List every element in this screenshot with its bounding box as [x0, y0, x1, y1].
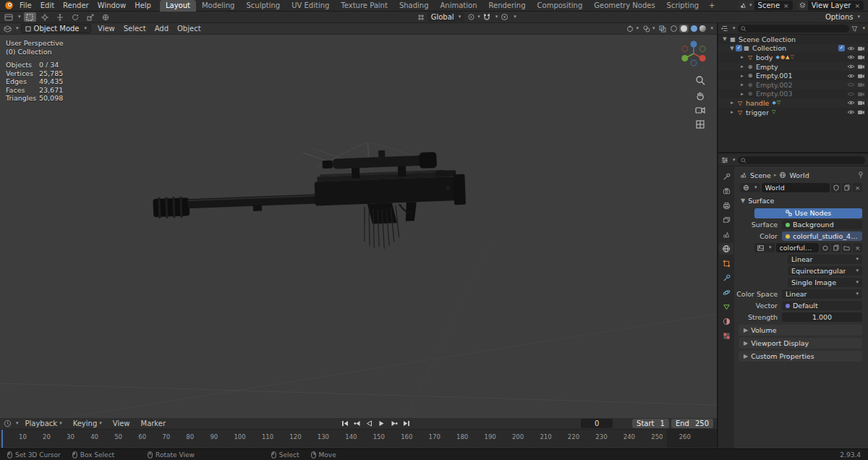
pan-hand-icon[interactable] — [695, 90, 705, 101]
tool-move-button[interactable] — [54, 12, 67, 22]
mode-dropdown[interactable]: Object Mode ▾ — [21, 24, 92, 33]
play-reverse-button[interactable] — [364, 419, 375, 428]
custom-properties-section-header[interactable]: ▶ Custom Properties — [739, 351, 862, 362]
outliner-search-input[interactable] — [738, 25, 850, 33]
navigation-gizmo[interactable] — [679, 39, 708, 68]
view-layer-selector[interactable]: View Layer× — [797, 1, 864, 10]
volume-section-header[interactable]: ▶ Volume — [739, 325, 862, 336]
tool-select-box-button[interactable] — [24, 12, 36, 22]
zoom-icon[interactable] — [695, 75, 705, 85]
vector-dropdown[interactable]: Default — [782, 301, 862, 310]
expand-arrow-icon[interactable]: ▸ — [739, 82, 746, 88]
menubar-item[interactable]: Edit — [36, 0, 59, 12]
menubar-item[interactable]: File — [15, 0, 36, 12]
scene-tab-icon[interactable] — [719, 229, 733, 240]
snap-magnet-icon[interactable] — [483, 13, 490, 21]
view-layer-tab-icon[interactable] — [719, 214, 733, 226]
shading-rendered-icon[interactable] — [699, 25, 706, 32]
editor-type-clock-icon[interactable] — [4, 419, 12, 427]
workspace-tab[interactable]: Rendering — [482, 0, 531, 12]
prev-keyframe-button[interactable] — [352, 419, 362, 428]
pivot-point-dropdown[interactable]: ▾ — [467, 13, 480, 21]
outliner-row-scene-collection[interactable]: ▼ ▦ Scene Collection — [718, 35, 868, 44]
physics-tab-icon[interactable] — [719, 286, 733, 298]
hide-eye-icon[interactable] — [847, 54, 855, 60]
current-frame-field[interactable]: 0 — [581, 419, 613, 428]
world-tab-icon[interactable] — [719, 243, 733, 255]
orthographic-toggle-icon[interactable] — [695, 119, 705, 129]
timeline-ruler[interactable]: 1020304050607080901001101201301401501601… — [0, 430, 717, 448]
viewport-menu-item[interactable]: Add — [150, 23, 173, 35]
workspace-tab[interactable]: Modeling — [196, 0, 241, 12]
render-tab-icon[interactable] — [719, 185, 733, 197]
workspace-tab[interactable]: Shading — [393, 0, 435, 12]
disable-render-camera-icon[interactable] — [857, 109, 865, 115]
tool-scale-button[interactable] — [85, 12, 97, 22]
disable-render-camera-icon[interactable] — [857, 54, 865, 60]
object-data-tab-icon[interactable] — [719, 301, 733, 312]
hide-eye-icon[interactable] — [847, 109, 855, 115]
expand-arrow-icon[interactable]: ▸ — [728, 100, 736, 106]
camera-view-icon[interactable] — [695, 106, 705, 114]
outliner-row-trigger[interactable]: ▸ ▽ trigger ▽ — [718, 108, 868, 117]
fake-user-ghost-icon[interactable] — [820, 243, 830, 252]
blender-logo[interactable] — [4, 1, 14, 10]
playback-menu[interactable]: Playback▾ — [21, 418, 67, 430]
surface-section-header[interactable]: ▼ Surface — [739, 195, 862, 206]
workspace-tab[interactable]: Texture Paint — [335, 0, 393, 12]
new-copy-icon[interactable] — [842, 183, 851, 192]
outliner-row-empty[interactable]: ▸ ⊕ Empty — [718, 62, 868, 72]
filter-icon[interactable] — [851, 26, 858, 32]
playhead[interactable] — [1, 430, 3, 448]
fake-user-shield-icon[interactable] — [831, 183, 841, 192]
color-link-field[interactable]: colorful_studio_4k.exr — [782, 231, 862, 241]
transform-orientation-dropdown[interactable]: Global▾ — [427, 12, 464, 22]
menubar-item[interactable]: Render — [59, 0, 93, 12]
viewport-menu-item[interactable]: View — [93, 23, 119, 35]
viewport-display-section-header[interactable]: ▶ Viewport Display — [739, 338, 862, 349]
expand-arrow-icon[interactable]: ▸ — [739, 64, 746, 69]
tool-tab-icon[interactable] — [719, 171, 733, 182]
outliner-row-body[interactable]: ▸ ▽ body ◆ ● ▲ ▽ — [718, 53, 868, 62]
timeline-marker-menu[interactable]: Marker — [137, 418, 171, 430]
breadcrumb-scene[interactable]: Scene — [750, 171, 771, 179]
hide-eye-icon[interactable] — [847, 64, 855, 69]
viewport-menu-item[interactable]: Select — [119, 23, 150, 35]
play-button[interactable] — [376, 419, 387, 428]
workspace-tab[interactable]: UV Editing — [286, 0, 335, 12]
disable-render-camera-icon[interactable] — [857, 73, 865, 79]
source-dropdown[interactable]: Single Image ▾ — [788, 278, 862, 287]
keying-menu[interactable]: Keying▾ — [69, 418, 106, 430]
shading-solid-icon[interactable] — [681, 25, 687, 32]
outliner-row-collection[interactable]: ▼ ✓ ▦ Collection ✓ — [718, 44, 868, 54]
menubar-item[interactable]: Window — [93, 0, 130, 12]
surface-shader-dropdown[interactable]: Background — [782, 220, 862, 229]
outliner-row-handle[interactable]: ▸ ▽ handle ◆ ▽ — [718, 98, 868, 108]
outliner-row-empty-001[interactable]: ▸ ⊕ Empty.001 — [718, 71, 868, 80]
outliner-row-empty-002[interactable]: ▸ ⊕ Empty.002 — [718, 80, 868, 90]
exclude-checkbox[interactable]: ✓ — [838, 45, 845, 51]
outliner-row-empty-003[interactable]: ▸ ⊕ Empty.003 — [718, 90, 868, 99]
collection-checkbox[interactable]: ✓ — [736, 45, 742, 51]
workspace-tab[interactable]: Compositing — [532, 0, 589, 12]
unlink-view-layer-icon[interactable]: × — [854, 2, 860, 9]
snap-settings-caret-icon[interactable]: ▾ — [495, 14, 498, 20]
menubar-item[interactable]: Help — [130, 0, 156, 12]
image-name-field[interactable]: colorful_studio_4k.exr — [776, 243, 819, 252]
world-name-field[interactable]: World — [762, 183, 830, 192]
output-tab-icon[interactable] — [719, 200, 733, 211]
disable-render-camera-icon[interactable] — [857, 100, 865, 106]
timeline-view-menu[interactable]: View — [109, 418, 135, 430]
projection-dropdown[interactable]: Equirectangular ▾ — [788, 266, 862, 276]
texture-tab-icon[interactable] — [719, 330, 733, 341]
disable-render-camera-icon[interactable] — [857, 46, 865, 51]
modifiers-tab-icon[interactable] — [719, 272, 733, 284]
disable-render-camera-icon[interactable] — [857, 91, 865, 97]
unlink-scene-icon[interactable]: × — [783, 2, 789, 9]
object-tab-icon[interactable] — [719, 257, 733, 269]
color-space-dropdown[interactable]: Linear ▾ — [782, 289, 862, 299]
expand-arrow-icon[interactable]: ▸ — [739, 91, 746, 97]
open-folder-icon[interactable] — [842, 243, 851, 252]
next-keyframe-button[interactable] — [388, 419, 399, 428]
workspace-tab[interactable]: Geometry Nodes — [588, 0, 660, 12]
